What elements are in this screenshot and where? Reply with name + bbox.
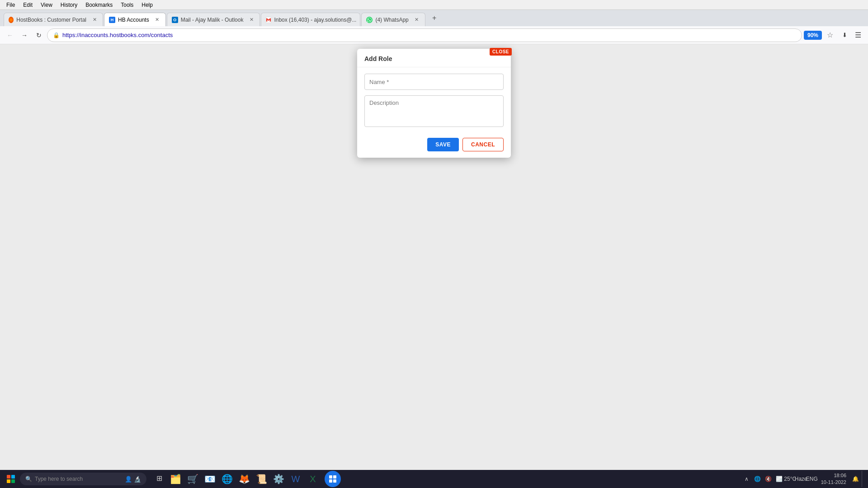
tab-close-hostbooks[interactable]: ✕ [91, 16, 98, 23]
taskbar-app-excel[interactable]: X [305, 471, 321, 487]
edge-icon: 🌐 [222, 474, 233, 484]
menu-icon[interactable]: ☰ [852, 29, 864, 42]
tab-favicon-gmail [266, 17, 271, 23]
search-extra-icon1: 👤 [125, 476, 132, 483]
mail-icon: 📧 [204, 474, 216, 484]
taskbar-app-settings[interactable]: ⚙️ [270, 471, 287, 487]
menu-edit[interactable]: Edit [19, 1, 36, 9]
tab-bar: HostBooks : Customer Portal ✕ H HB Accou… [0, 10, 868, 26]
taskbar-app-mail[interactable]: 📧 [202, 471, 218, 487]
modal-footer: SAVE CANCEL [357, 133, 511, 158]
taskbar-app-word[interactable]: W [288, 471, 304, 487]
tray-network-icon[interactable]: 🌐 [753, 474, 762, 483]
back-button[interactable]: ← [4, 29, 16, 42]
tray-chevron-icon[interactable]: ∧ [742, 474, 751, 483]
taskbar-app-fileexplorer[interactable]: 🗂️ [167, 471, 184, 487]
word-icon: W [292, 474, 300, 484]
taskbar-app-script[interactable]: 📜 [253, 471, 269, 487]
menu-bookmarks[interactable]: Bookmarks [82, 1, 116, 9]
taskbar-tray: ∧ 🌐 🔇 🌫️ 25°C Haze ENG 18:06 10-11-2022 … [742, 471, 864, 487]
tab-hostbooks[interactable]: HostBooks : Customer Portal ✕ [4, 13, 103, 26]
excel-icon: X [310, 474, 316, 484]
downloads-icon[interactable]: ⬇ [838, 29, 851, 42]
taskbar-search-bar[interactable]: 🔍 Type here to search 👤 🔬 [20, 473, 146, 485]
menu-history[interactable]: History [57, 1, 81, 9]
tab-close-whatsapp[interactable]: ✕ [413, 16, 420, 23]
zoom-level[interactable]: 90% [804, 31, 822, 40]
tab-close-outlook[interactable]: ✕ [248, 16, 255, 23]
menu-help[interactable]: Help [138, 1, 156, 9]
cancel-button[interactable]: CANCEL [462, 138, 504, 151]
menu-tools[interactable]: Tools [117, 1, 137, 9]
search-extra-icon2: 🔬 [134, 476, 141, 483]
modal-overlay: CLOSE Add Role SAVE CANCEL [0, 44, 868, 470]
description-input[interactable] [364, 95, 504, 127]
tab-label-gmail: Inbox (16,403) - ajay.solutions@... [274, 17, 356, 23]
forward-button[interactable]: → [18, 29, 31, 42]
tray-weather-desc: Haze [797, 474, 806, 483]
taskbar-app-firefox[interactable]: 🦊 [236, 471, 252, 487]
search-icon: 🔍 [25, 476, 32, 482]
modal-body [357, 67, 511, 133]
tab-favicon-hostbooks [9, 17, 14, 23]
modal-title: Add Role [357, 49, 511, 67]
save-button[interactable]: SAVE [427, 138, 459, 151]
address-url: https://inaccounts.hostbooks.com/contact… [62, 32, 796, 38]
taskbar-app-store[interactable]: 🛒 [184, 471, 201, 487]
tab-favicon-outlook: O [172, 17, 178, 23]
tab-label-outlook: Mail - Ajay Malik - Outlook [181, 17, 244, 23]
tray-clock[interactable]: 18:06 10-11-2022 [818, 472, 849, 486]
menu-bar: File Edit View History Bookmarks Tools H… [0, 0, 868, 10]
tray-weather-icon: 🌫️ [775, 474, 784, 483]
tab-label-hostbooks: HostBooks : Customer Portal [16, 17, 86, 23]
tab-whatsapp[interactable]: (4) WhatsApp ✕ [361, 13, 425, 26]
refresh-button[interactable]: ↻ [33, 29, 45, 42]
tray-volume-icon[interactable]: 🔇 [764, 474, 773, 483]
tray-language[interactable]: ENG [807, 474, 816, 483]
tab-outlook[interactable]: O Mail - Ajay Malik - Outlook ✕ [167, 13, 260, 26]
windows-logo-icon [7, 475, 15, 483]
nav-bar: ← → ↻ 🔒 https://inaccounts.hostbooks.com… [0, 26, 868, 44]
tab-favicon-hb-accounts: H [109, 17, 115, 23]
tab-hb-accounts[interactable]: H HB Accounts ✕ [104, 13, 166, 26]
bookmark-star-icon[interactable]: ☆ [824, 29, 836, 42]
start-button[interactable] [4, 472, 18, 486]
modal-close-badge[interactable]: CLOSE [490, 48, 512, 56]
clock-date: 10-11-2022 [821, 479, 846, 486]
new-tab-button[interactable]: + [428, 12, 441, 24]
menu-file[interactable]: File [3, 1, 19, 9]
add-role-modal: CLOSE Add Role SAVE CANCEL [357, 49, 511, 158]
tab-label-whatsapp: (4) WhatsApp [375, 17, 408, 23]
page-content: CLOSE Add Role SAVE CANCEL [0, 44, 868, 470]
address-bar[interactable]: 🔒 https://inaccounts.hostbooks.com/conta… [47, 28, 802, 42]
settings-icon: ⚙️ [273, 474, 284, 484]
tab-label-hb-accounts: HB Accounts [118, 17, 149, 23]
taskbar-apps: ⊞ 🗂️ 🛒 📧 🌐 🦊 📜 ⚙️ W X [152, 471, 321, 487]
clock-time: 18:06 [821, 472, 846, 479]
tab-close-hb-accounts[interactable]: ✕ [154, 16, 161, 23]
lock-icon: 🔒 [53, 32, 60, 38]
hb-launcher-button[interactable] [325, 471, 343, 487]
menu-view[interactable]: View [37, 1, 56, 9]
hb-launcher-grid-icon [329, 475, 336, 483]
tray-notification-icon[interactable]: 🔔 [851, 474, 860, 483]
taskbar: 🔍 Type here to search 👤 🔬 ⊞ 🗂️ 🛒 📧 🌐 🦊 📜… [0, 470, 868, 488]
show-desktop-button[interactable] [862, 471, 864, 487]
search-placeholder-text: Type here to search [35, 476, 83, 482]
taskbar-app-edge[interactable]: 🌐 [219, 471, 235, 487]
file-explorer-icon: 🗂️ [170, 474, 181, 484]
tray-weather-temp: 25°C [786, 474, 795, 483]
taskview-button[interactable]: ⊞ [152, 471, 166, 485]
store-icon: 🛒 [187, 474, 198, 484]
firefox-icon: 🦊 [239, 474, 250, 484]
script-icon: 📜 [256, 474, 267, 484]
tab-gmail[interactable]: Inbox (16,403) - ajay.solutions@... ✕ [261, 13, 360, 26]
tab-favicon-whatsapp [366, 17, 373, 23]
name-input[interactable] [364, 74, 504, 90]
